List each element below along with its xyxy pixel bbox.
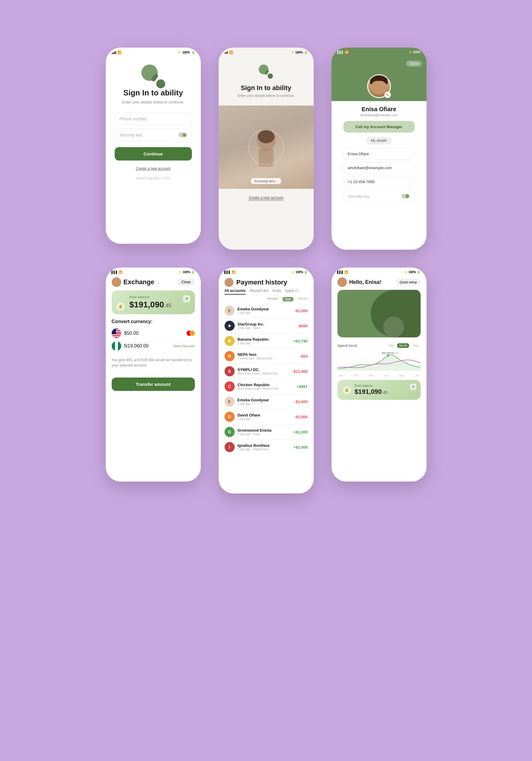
merchant-name-9: Greenwood Eniola: [238, 428, 291, 433]
transaction-row: E Emeka Goodyear 1 day ago -$1,000: [219, 394, 314, 409]
exchange-title-row: Exchange ⌄: [124, 278, 160, 286]
tab-all-accounts[interactable]: All accounts: [225, 289, 246, 295]
dashboard-greeting: Hello, Enisa!: [349, 279, 381, 285]
bar2: [226, 52, 227, 54]
merchant-icon-nepa: N: [225, 351, 235, 361]
security-input-profile[interactable]: Security key: [344, 190, 415, 203]
select-account-button[interactable]: Select Account: [173, 344, 195, 348]
payment-info-10: Ignatius Boniface 1 day ago · MasterCard: [238, 443, 291, 451]
wifi-icon-2: 📶: [229, 50, 233, 54]
security-toggle-profile[interactable]: [401, 194, 410, 199]
exchange-close-button[interactable]: Close: [177, 278, 195, 286]
merchant-name-4: NEPA fees: [238, 352, 297, 357]
balance-amount-row: $191,090.45: [130, 300, 189, 310]
name-input[interactable]: Enisa Ofiare: [344, 148, 415, 160]
status-right-6: ⚡ 100% 🔋: [404, 270, 420, 274]
status-bar-6: ▌▌▌ 📶 ⚡ 100% 🔋: [332, 267, 427, 275]
battery-4: ⚡ 100% 🔋: [178, 270, 194, 274]
merchant-icon-greenwood: G: [225, 427, 235, 437]
edit-avatar-button[interactable]: ✏️: [384, 91, 391, 98]
face-scan-frame: [248, 129, 284, 165]
db-balance-amount-row: $191,090.45: [355, 388, 388, 396]
tab-year[interactable]: Year: [411, 343, 420, 348]
signin-content: Sign In to ability Enter your details be…: [106, 56, 201, 186]
call-manager-button[interactable]: Call my Account Manager: [344, 121, 415, 133]
from-amount[interactable]: $50.00: [124, 330, 184, 336]
status-bar-1: 📶 ⚡ 100% 🔋: [106, 48, 201, 56]
balance-info: Book balance: $191,090.45: [118, 295, 189, 310]
status-bar-3: ▌▌▌ 📶 ⚡ 100%: [332, 48, 427, 55]
x-label-4: Apr: [384, 374, 389, 377]
tab-day[interactable]: Day: [387, 343, 396, 348]
face-scan-camera: Scanning face...: [219, 105, 314, 189]
tab-mastercard[interactable]: MasterCard: [250, 289, 269, 295]
copyright-text: ability® Copyright © 2021: [136, 177, 170, 180]
to-amount[interactable]: N19,060.00: [124, 343, 170, 349]
merchant-icon-banana: B: [225, 336, 235, 346]
exchange-left: Exchange ⌄: [112, 277, 160, 287]
security-input[interactable]: Security key: [115, 129, 192, 141]
db-balance-cents: .45: [382, 390, 387, 395]
peak-label: $22,549.00: [382, 352, 394, 354]
continue-button[interactable]: Continue: [115, 147, 192, 160]
payment-meta-2: 1 day ago · None: [238, 326, 295, 330]
payment-meta-10: 1 day ago · MasterCard: [238, 448, 291, 451]
exchange-title: Exchange: [124, 278, 154, 286]
mc-orange: [189, 330, 195, 336]
screen-exchange: ▌▌▌ 📶 ⚡ 100% 🔋 Exchange ⌄ Close: [106, 267, 201, 482]
from-currency-row: $50.00: [106, 328, 201, 338]
email-field: artofofiare@example.com: [344, 162, 415, 174]
transfer-button[interactable]: Transfer amount: [112, 378, 195, 391]
greeting-row: Hello, Enisa!: [338, 277, 381, 287]
db-expand-icon[interactable]: ↗: [410, 383, 416, 390]
merchant-icon-emeka: E: [225, 306, 235, 316]
phone-input-profile[interactable]: +1 23 456 7890: [344, 176, 415, 188]
transaction-row: I Ignatius Boniface 1 day ago · MasterCa…: [219, 439, 314, 454]
peak-pct: 22%: [395, 352, 399, 354]
screen-signin: 📶 ⚡ 100% 🔋 Sign In to ability Enter your…: [106, 48, 201, 244]
battery-label-2: ⚡ 100%: [291, 51, 303, 54]
peak-marker: [387, 354, 389, 357]
x-label-1: Jan: [339, 374, 343, 377]
create-account-link-2[interactable]: Create a new account: [249, 196, 283, 201]
signal-2: [225, 51, 228, 54]
payments-title: Payment history: [237, 278, 287, 286]
amount-7: -$1,000: [294, 399, 307, 404]
transaction-row: G Greenwood Eniola 1 day ago · Kuda +$1,…: [219, 425, 314, 439]
battery-icon-1: 🔋: [191, 51, 195, 54]
signin-subtitle: Enter your details below to continue.: [122, 100, 185, 104]
transaction-row: C Chicken Republic More than a year · Ma…: [219, 379, 314, 394]
dashboard-header: Hello, Enisa! Quick setup: [332, 275, 427, 290]
status-bar-2: 📶 ⚡ 100% 🔋: [219, 48, 314, 56]
amount-9: +$1,000: [293, 430, 307, 434]
chart-x-labels: Jan Feb Mar Apr May Jun: [338, 374, 421, 377]
mastercard-icon: [186, 330, 195, 336]
security-toggle[interactable]: [179, 133, 187, 137]
payment-info-8: David Ofiare 1 day ago: [238, 413, 292, 421]
tab-month[interactable]: Month: [397, 343, 409, 348]
payments-tabs: All accounts MasterCard Kuda Apple C...: [219, 289, 314, 295]
amount-3: +$1,780: [293, 339, 307, 343]
create-account-link-1[interactable]: Create a new account: [136, 166, 171, 171]
profile-close-button[interactable]: Close: [406, 61, 421, 67]
col-recent: Recent: [298, 297, 308, 301]
quick-setup-button[interactable]: Quick setup: [396, 279, 420, 285]
tab-apple[interactable]: Apple C...: [285, 289, 301, 295]
profile-avatar-wrapper: ✏️: [367, 74, 391, 98]
expand-icon[interactable]: ↗: [183, 295, 190, 302]
transaction-row: S SYMPLI DC. More than a year · MasterCa…: [219, 364, 314, 379]
transaction-row: D David Ofiare 1 day ago -$1,000: [219, 409, 314, 424]
merchant-icon-ignatius: I: [225, 442, 235, 452]
balance-main: $191,090: [130, 300, 164, 309]
dashboard-card: [338, 290, 421, 337]
details-tab[interactable]: My details: [366, 137, 392, 145]
app-logo: [141, 65, 165, 88]
merchant-icon-sympli: S: [225, 366, 235, 376]
x-label-6: Jun: [415, 374, 419, 377]
email-input[interactable]: artofofiare@example.com: [344, 162, 415, 174]
logo-small-circle: [156, 79, 165, 88]
tab-kuda[interactable]: Kuda: [273, 289, 281, 295]
phone-input[interactable]: Phone number: [115, 113, 192, 125]
payment-meta-1: 1 day ago: [238, 311, 292, 315]
row-bottom: ▌▌▌ 📶 ⚡ 100% 🔋 Exchange ⌄ Close: [106, 267, 427, 494]
